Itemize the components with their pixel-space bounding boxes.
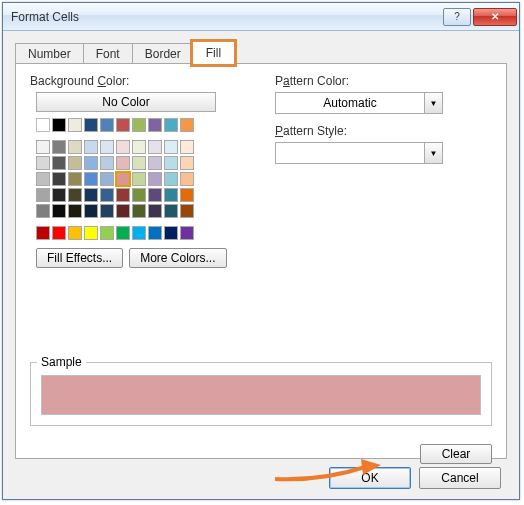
color-swatch[interactable] — [164, 118, 178, 132]
color-swatch[interactable] — [164, 140, 178, 154]
window-title: Format Cells — [11, 10, 441, 24]
color-swatch[interactable] — [68, 204, 82, 218]
color-swatch[interactable] — [52, 226, 66, 240]
color-swatch[interactable] — [132, 172, 146, 186]
color-swatch[interactable] — [116, 156, 130, 170]
tab-number[interactable]: Number — [15, 43, 84, 64]
titlebar: Format Cells ? ✕ — [3, 3, 519, 31]
color-swatch[interactable] — [68, 188, 82, 202]
color-swatch[interactable] — [36, 172, 50, 186]
color-swatch[interactable] — [84, 118, 98, 132]
pattern-color-combo[interactable]: Automatic ▼ — [275, 92, 443, 114]
color-swatch[interactable] — [36, 204, 50, 218]
chevron-down-icon: ▼ — [424, 143, 442, 163]
color-swatch[interactable] — [52, 156, 66, 170]
color-swatch[interactable] — [148, 226, 162, 240]
color-swatch[interactable] — [116, 226, 130, 240]
color-swatch[interactable] — [36, 140, 50, 154]
color-swatch[interactable] — [84, 204, 98, 218]
cancel-label: Cancel — [441, 471, 478, 485]
color-swatch[interactable] — [84, 156, 98, 170]
tabstrip: Number Font Border Fill — [15, 41, 507, 63]
chevron-down-icon: ▼ — [424, 93, 442, 113]
color-swatch[interactable] — [84, 140, 98, 154]
color-swatch[interactable] — [84, 172, 98, 186]
color-swatch[interactable] — [100, 226, 114, 240]
sample-group: Sample — [30, 362, 492, 426]
color-swatch[interactable] — [52, 118, 66, 132]
color-swatch[interactable] — [68, 226, 82, 240]
ok-button[interactable]: OK — [329, 467, 411, 489]
color-swatch[interactable] — [164, 188, 178, 202]
color-swatch[interactable] — [68, 140, 82, 154]
format-cells-dialog: Format Cells ? ✕ Number Font Border Fill… — [2, 2, 520, 500]
close-icon: ✕ — [491, 11, 499, 22]
tab-border[interactable]: Border — [132, 43, 194, 64]
color-swatch[interactable] — [100, 188, 114, 202]
color-swatch[interactable] — [116, 188, 130, 202]
color-swatch[interactable] — [36, 226, 50, 240]
tab-label: Fill — [206, 46, 221, 60]
background-color-section: Background Color: No Color F — [30, 74, 245, 268]
color-swatch[interactable] — [148, 188, 162, 202]
color-swatch[interactable] — [164, 156, 178, 170]
color-swatch[interactable] — [36, 156, 50, 170]
color-swatch[interactable] — [148, 140, 162, 154]
color-swatch[interactable] — [68, 172, 82, 186]
color-swatch[interactable] — [116, 204, 130, 218]
background-color-label: Background Color: — [30, 74, 245, 88]
color-swatch[interactable] — [100, 140, 114, 154]
color-swatch[interactable] — [164, 204, 178, 218]
color-swatch[interactable] — [116, 172, 130, 186]
color-swatch[interactable] — [180, 204, 194, 218]
color-swatch[interactable] — [100, 118, 114, 132]
color-swatch[interactable] — [148, 172, 162, 186]
color-swatch[interactable] — [132, 188, 146, 202]
color-swatch[interactable] — [180, 226, 194, 240]
color-swatch[interactable] — [100, 156, 114, 170]
sample-label: Sample — [37, 355, 86, 369]
fill-effects-button[interactable]: Fill Effects... — [36, 248, 123, 268]
color-swatch[interactable] — [36, 188, 50, 202]
color-swatch[interactable] — [116, 118, 130, 132]
color-swatch[interactable] — [148, 204, 162, 218]
tab-fill[interactable]: Fill — [193, 42, 234, 64]
color-swatch[interactable] — [164, 226, 178, 240]
color-swatch[interactable] — [132, 226, 146, 240]
color-swatch[interactable] — [84, 226, 98, 240]
color-swatch[interactable] — [180, 140, 194, 154]
color-swatch[interactable] — [148, 156, 162, 170]
color-swatch[interactable] — [36, 118, 50, 132]
color-swatch[interactable] — [52, 188, 66, 202]
color-swatch[interactable] — [132, 118, 146, 132]
color-swatch[interactable] — [180, 172, 194, 186]
color-swatch[interactable] — [52, 172, 66, 186]
color-swatch[interactable] — [132, 156, 146, 170]
color-swatch[interactable] — [180, 156, 194, 170]
close-button[interactable]: ✕ — [473, 8, 517, 26]
color-swatch[interactable] — [84, 188, 98, 202]
window-buttons: ? ✕ — [441, 8, 517, 26]
help-button[interactable]: ? — [443, 8, 471, 26]
pattern-color-label: Pattern Color: — [275, 74, 492, 88]
color-swatch[interactable] — [148, 118, 162, 132]
color-palette — [36, 118, 245, 240]
color-swatch[interactable] — [164, 172, 178, 186]
color-swatch[interactable] — [52, 204, 66, 218]
color-swatch[interactable] — [116, 140, 130, 154]
color-swatch[interactable] — [180, 188, 194, 202]
color-swatch[interactable] — [100, 204, 114, 218]
color-swatch[interactable] — [180, 118, 194, 132]
pattern-style-combo[interactable]: ▼ — [275, 142, 443, 164]
color-swatch[interactable] — [52, 140, 66, 154]
more-colors-button[interactable]: More Colors... — [129, 248, 226, 268]
tab-font[interactable]: Font — [83, 43, 133, 64]
no-color-button[interactable]: No Color — [36, 92, 216, 112]
tabpage-fill: Background Color: No Color F — [15, 63, 507, 459]
color-swatch[interactable] — [100, 172, 114, 186]
color-swatch[interactable] — [68, 118, 82, 132]
cancel-button[interactable]: Cancel — [419, 467, 501, 489]
color-swatch[interactable] — [132, 140, 146, 154]
color-swatch[interactable] — [132, 204, 146, 218]
color-swatch[interactable] — [68, 156, 82, 170]
